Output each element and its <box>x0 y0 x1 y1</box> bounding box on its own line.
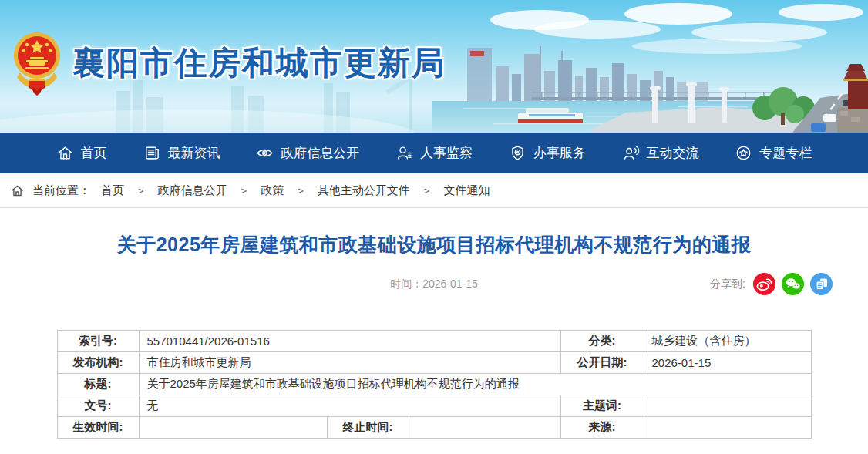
site-title: 襄阳市住房和城市更新局 <box>72 42 446 85</box>
keywords-label: 主题词: <box>560 395 644 417</box>
nav-item-personnel[interactable]: 人事监察 <box>395 144 473 162</box>
nav-item-label: 专题专栏 <box>759 144 812 162</box>
publish-time-value: 2026-01-15 <box>422 277 478 290</box>
nav-item-home[interactable]: 首页 <box>56 144 107 162</box>
table-row: 标题: 关于2025年房屋建筑和市政基础设施项目招标代理机构不规范行为的通报 <box>57 374 811 395</box>
site-banner: 襄阳市住房和城市更新局 <box>0 0 868 133</box>
badge-icon <box>509 144 527 162</box>
nav-item-interaction[interactable]: 互动交流 <box>622 144 699 162</box>
breadcrumb-separator: > <box>241 185 247 197</box>
nav-item-label: 首页 <box>81 144 107 162</box>
nav-item-label: 最新资讯 <box>168 144 220 162</box>
person-icon <box>395 144 413 162</box>
category-label: 分类: <box>560 331 644 352</box>
nav-item-services[interactable]: 办事服务 <box>509 144 586 162</box>
chat-icon <box>622 144 640 162</box>
news-icon <box>143 144 161 162</box>
breadcrumb-item-other-public-docs[interactable]: 其他主动公开文件 <box>318 183 410 198</box>
national-emblem-icon <box>12 31 62 96</box>
nav-item-gov-info[interactable]: 政府信息公开 <box>256 144 359 162</box>
share-bar: 分享到: <box>710 273 833 295</box>
keywords-value <box>644 395 811 417</box>
breadcrumb-item-policy[interactable]: 政策 <box>261 183 284 198</box>
doc-title-value: 关于2025年房屋建筑和市政基础设施项目招标代理机构不规范行为的通报 <box>139 374 811 395</box>
source-label: 来源: <box>560 417 644 439</box>
breadcrumb-prefix: 当前位置： <box>32 183 90 198</box>
share-copy-icon[interactable] <box>810 273 833 295</box>
publish-time-label: 时间： <box>390 277 422 290</box>
page: 襄阳市住房和城市更新局 首页 最新资讯 <box>0 0 868 454</box>
home-icon <box>56 144 74 162</box>
index-number-value: 557010441/2026-01516 <box>139 331 560 352</box>
star-circle-icon <box>735 144 752 162</box>
effective-date-value <box>139 417 327 439</box>
eye-icon <box>256 144 274 162</box>
nav-item-news[interactable]: 最新资讯 <box>143 144 220 162</box>
publish-date-value: 2026-01-15 <box>644 352 811 374</box>
table-row: 发布机构: 市住房和城市更新局 公开日期: 2026-01-15 <box>57 352 811 374</box>
index-number-label: 索引号: <box>57 331 139 352</box>
main-nav: 首页 最新资讯 政府信息公开 <box>0 133 868 173</box>
nav-item-label: 人事监察 <box>420 144 473 162</box>
doc-title-label: 标题: <box>57 374 139 395</box>
end-date-value <box>409 417 560 439</box>
breadcrumb-separator: > <box>298 185 304 197</box>
share-weibo-icon[interactable] <box>753 273 775 295</box>
publisher-label: 发布机构: <box>57 352 139 374</box>
breadcrumb: 当前位置： 首页 > 政府信息公开 > 政策 > 其他主动公开文件 > 文件通知 <box>0 173 868 208</box>
home-icon <box>10 183 25 198</box>
table-row: 生效时间: 终止时间: 来源: <box>57 417 811 439</box>
breadcrumb-item-doc-notice[interactable]: 文件通知 <box>443 183 490 198</box>
breadcrumb-separator: > <box>424 185 430 197</box>
nav-item-label: 办事服务 <box>533 144 586 162</box>
breadcrumb-item-gov-info[interactable]: 政府信息公开 <box>158 183 227 198</box>
breadcrumb-separator: > <box>138 185 144 197</box>
effective-date-label: 生效时间: <box>57 417 139 439</box>
nav-item-label: 政府信息公开 <box>281 144 359 162</box>
share-label: 分享到: <box>710 277 745 291</box>
publisher-value: 市住房和城市更新局 <box>139 352 560 374</box>
source-value <box>644 417 811 439</box>
nav-item-label: 互动交流 <box>647 144 699 162</box>
table-row: 索引号: 557010441/2026-01516 分类: 城乡建设（含住房） <box>57 331 811 352</box>
publish-date-label: 公开日期: <box>560 352 644 374</box>
doc-number-value: 无 <box>139 395 560 417</box>
doc-info-table: 索引号: 557010441/2026-01516 分类: 城乡建设（含住房） … <box>57 330 812 439</box>
article-meta: 时间：2026-01-15 分享到: <box>0 273 868 296</box>
end-date-label: 终止时间: <box>327 417 409 439</box>
table-row: 文号: 无 主题词: <box>57 395 811 417</box>
site-brand: 襄阳市住房和城市更新局 <box>12 31 446 96</box>
share-wechat-icon[interactable] <box>782 273 804 295</box>
article-content: 关于2025年房屋建筑和市政基础设施项目招标代理机构不规范行为的通报 时间：20… <box>0 232 868 439</box>
category-value: 城乡建设（含住房） <box>644 331 811 352</box>
article-title: 关于2025年房屋建筑和市政基础设施项目招标代理机构不规范行为的通报 <box>46 232 822 257</box>
doc-number-label: 文号: <box>57 395 139 417</box>
nav-item-special-topics[interactable]: 专题专栏 <box>735 144 812 162</box>
breadcrumb-item-home[interactable]: 首页 <box>101 183 124 198</box>
